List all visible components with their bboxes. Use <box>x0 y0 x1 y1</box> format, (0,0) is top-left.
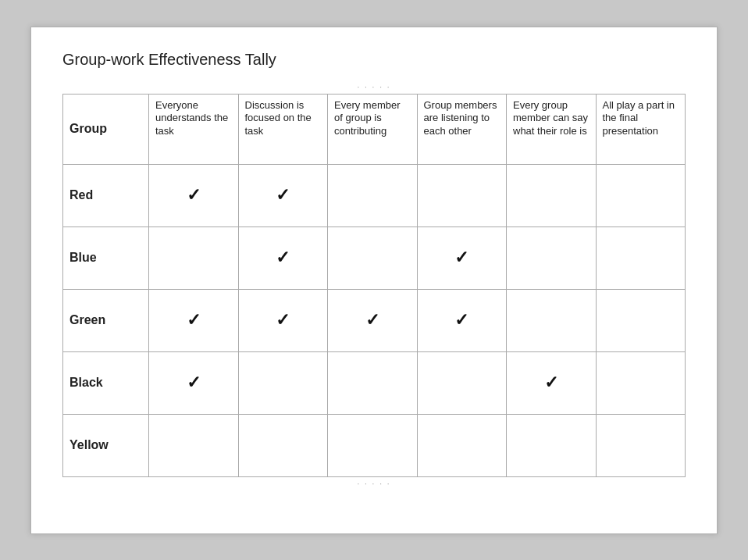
check-cell-yellow-4 <box>507 414 597 476</box>
check-cell-red-1: ✓ <box>238 164 328 226</box>
check-cell-blue-2 <box>328 226 418 289</box>
check-cell-yellow-5 <box>596 414 686 476</box>
check-cell-green-0: ✓ <box>149 289 239 351</box>
check-cell-blue-4 <box>507 226 597 289</box>
check-cell-blue-0 <box>149 226 239 289</box>
checkmark-icon: ✓ <box>155 294 232 347</box>
check-cell-yellow-2 <box>328 414 418 476</box>
checkmark-icon: ✓ <box>245 169 322 222</box>
col-header-criteria-4: Every group member can say what their ro… <box>507 94 597 164</box>
page: Group-work Effectiveness Tally · · · · ·… <box>30 27 718 534</box>
checkmark-icon: ✓ <box>245 232 322 284</box>
group-name-red: Red <box>63 164 149 226</box>
check-cell-red-0: ✓ <box>149 164 239 226</box>
col-header-criteria-2: Every member of group is contributing <box>328 94 418 164</box>
check-cell-black-5 <box>596 351 686 414</box>
page-title: Group-work Effectiveness Tally <box>62 51 686 69</box>
col-header-criteria-5: All play a part in the final presentatio… <box>596 94 686 164</box>
table-row: Green✓✓✓✓ <box>63 289 686 351</box>
checkmark-icon: ✓ <box>424 232 500 284</box>
dots-top: · · · · · <box>62 83 686 91</box>
col-header-group: Group <box>63 94 149 164</box>
checkmark-icon: ✓ <box>334 294 411 347</box>
check-cell-red-3 <box>417 164 507 226</box>
check-cell-yellow-3 <box>417 414 507 476</box>
check-cell-red-5 <box>596 164 686 226</box>
check-cell-green-4 <box>507 289 597 351</box>
check-cell-black-4: ✓ <box>507 351 597 414</box>
checkmark-icon: ✓ <box>513 357 589 409</box>
check-cell-red-2 <box>328 164 418 226</box>
check-cell-green-3: ✓ <box>417 289 507 351</box>
col-header-criteria-3: Group members are listening to each othe… <box>417 94 507 164</box>
col-header-criteria-0: Everyone understands the task <box>149 94 239 164</box>
check-cell-blue-5 <box>596 226 686 289</box>
table-row: Yellow <box>63 414 686 476</box>
check-cell-black-0: ✓ <box>149 351 239 414</box>
check-cell-green-2: ✓ <box>328 289 418 351</box>
check-cell-black-2 <box>328 351 418 414</box>
check-cell-blue-1: ✓ <box>238 226 328 289</box>
check-cell-green-5 <box>596 289 686 351</box>
check-cell-green-1: ✓ <box>238 289 328 351</box>
check-cell-yellow-0 <box>149 414 239 476</box>
check-cell-black-1 <box>238 351 328 414</box>
check-cell-blue-3: ✓ <box>417 226 507 289</box>
dots-bottom: · · · · · <box>62 480 686 488</box>
table-row: Black✓✓ <box>63 351 686 414</box>
checkmark-icon: ✓ <box>155 357 232 409</box>
checkmark-icon: ✓ <box>155 169 232 222</box>
group-name-yellow: Yellow <box>63 414 149 476</box>
checkmark-icon: ✓ <box>245 294 322 347</box>
tally-table: Group Everyone understands the taskDiscu… <box>62 94 686 477</box>
group-name-blue: Blue <box>63 226 149 289</box>
table-row: Red✓✓ <box>63 164 686 226</box>
check-cell-yellow-1 <box>238 414 328 476</box>
table-row: Blue✓✓ <box>63 226 686 289</box>
col-header-criteria-1: Discussion is focused on the task <box>238 94 328 164</box>
checkmark-icon: ✓ <box>424 294 500 347</box>
group-name-green: Green <box>63 289 149 351</box>
check-cell-red-4 <box>507 164 597 226</box>
check-cell-black-3 <box>417 351 507 414</box>
group-name-black: Black <box>63 351 149 414</box>
